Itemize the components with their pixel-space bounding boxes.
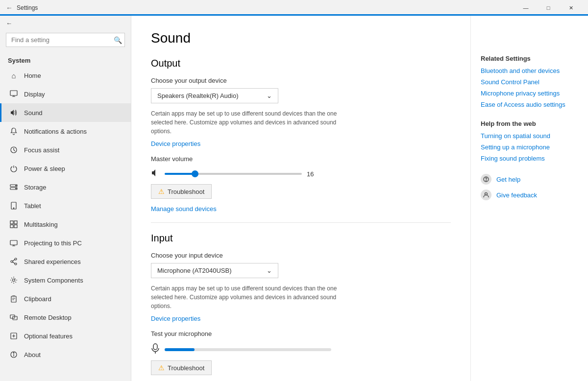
sidebar-item-tablet[interactable]: Tablet [0, 196, 131, 215]
sidebar-item-remote[interactable]: Remote Desktop [0, 308, 131, 327]
search-icon-button[interactable]: 🔍 [114, 36, 122, 44]
related-link-microphone-privacy[interactable]: Microphone privacy settings [481, 90, 578, 97]
sidebar-item-label: Notifications & actions [24, 128, 87, 135]
svg-rect-17 [11, 296, 16, 302]
input-helper-text: Certain apps may be set up to use differ… [151, 284, 347, 310]
svg-rect-9 [14, 221, 17, 224]
close-button[interactable]: ✕ [560, 0, 582, 16]
help-link-spatial[interactable]: Turning on spatial sound [481, 132, 578, 140]
volume-icon [151, 168, 160, 179]
svg-rect-0 [10, 91, 17, 95]
sidebar-item-power[interactable]: Power & sleep [0, 159, 131, 178]
display-icon [9, 90, 18, 98]
give-feedback-button[interactable]: Give feedback [481, 190, 578, 200]
sidebar-item-projecting[interactable]: Projecting to this PC [0, 234, 131, 252]
sidebar-item-focus[interactable]: Focus assist [0, 141, 131, 159]
titlebar: ← Settings — □ ✕ [0, 0, 588, 16]
svg-point-16 [13, 279, 15, 282]
input-section-title: Input [151, 233, 451, 244]
sidebar-item-multitasking[interactable]: Multitasking [0, 215, 131, 234]
volume-slider[interactable] [165, 173, 302, 175]
help-link-sound-problems[interactable]: Fixing sound problems [481, 155, 578, 162]
back-arrow-icon: ← [6, 20, 12, 27]
sidebar-item-label: Multitasking [24, 221, 58, 228]
loading-progress [0, 14, 588, 16]
input-device-value: Microphone (AT2040USB) [157, 267, 232, 274]
sidebar-item-notifications[interactable]: Notifications & actions [0, 122, 131, 141]
sidebar-item-label: System Components [24, 277, 83, 284]
sidebar-item-storage[interactable]: Storage [0, 178, 131, 196]
svg-rect-8 [10, 221, 13, 224]
sidebar-item-clipboard[interactable]: Clipboard [0, 289, 131, 308]
mic-level-bar [165, 348, 331, 351]
svg-point-14 [11, 261, 13, 262]
sidebar-item-optional[interactable]: Optional features [0, 327, 131, 345]
get-help-section: Get help Give feedback [481, 174, 578, 200]
related-link-bluetooth[interactable]: Bluetooth and other devices [481, 67, 578, 74]
optional-icon [9, 332, 18, 340]
main-content: Sound Output Choose your output device S… [131, 16, 470, 381]
chevron-down-icon: ⌄ [267, 92, 272, 99]
give-feedback-label: Give feedback [496, 191, 537, 199]
maximize-button[interactable]: □ [537, 0, 560, 16]
svg-point-5 [16, 188, 17, 189]
related-settings-title: Related Settings [481, 55, 578, 62]
search-input[interactable] [6, 33, 125, 47]
give-feedback-icon [481, 190, 491, 200]
get-help-button[interactable]: Get help [481, 174, 578, 185]
chevron-down-icon: ⌄ [267, 267, 272, 274]
sidebar-item-about[interactable]: About [0, 345, 131, 364]
help-section: Help from the web Turning on spatial sou… [481, 120, 578, 162]
power-icon [9, 164, 18, 173]
projecting-icon [9, 238, 18, 247]
svg-point-25 [486, 181, 487, 181]
focus-icon [9, 145, 18, 154]
sidebar-item-home[interactable]: ⌂ Home [0, 66, 131, 85]
svg-point-4 [16, 185, 17, 186]
volume-value: 16 [307, 170, 318, 178]
sidebar-item-label: Sound [24, 109, 43, 117]
back-button[interactable]: ← [0, 16, 131, 31]
sidebar-item-label: Storage [24, 184, 47, 191]
remote-icon [9, 313, 18, 322]
storage-icon [9, 183, 18, 191]
mic-test-row [151, 343, 451, 356]
help-link-microphone[interactable]: Setting up a microphone [481, 143, 578, 151]
sidebar-item-label: Projecting to this PC [24, 239, 82, 247]
app-title: Settings [17, 4, 38, 11]
related-link-ease-of-access[interactable]: Ease of Access audio settings [481, 101, 578, 108]
sidebar-item-shared[interactable]: Shared experiences [0, 252, 131, 271]
input-device-properties-link[interactable]: Device properties [151, 315, 200, 322]
output-device-label: Choose your output device [151, 77, 451, 84]
svg-point-7 [13, 208, 14, 209]
sidebar-item-components[interactable]: System Components [0, 271, 131, 289]
svg-point-22 [13, 353, 14, 354]
get-help-label: Get help [496, 176, 520, 183]
sound-icon [9, 108, 18, 117]
output-device-properties-link[interactable]: Device properties [151, 140, 200, 147]
sidebar-item-sound[interactable]: Sound [0, 103, 131, 122]
input-device-dropdown[interactable]: Microphone (AT2040USB) ⌄ [151, 263, 278, 278]
output-troubleshoot-button[interactable]: ⚠ Troubleshoot [151, 184, 212, 199]
minimize-button[interactable]: — [514, 0, 537, 16]
search-container: 🔍 [6, 33, 125, 47]
divider [151, 222, 451, 223]
related-link-sound-control[interactable]: Sound Control Panel [481, 78, 578, 86]
svg-rect-23 [153, 344, 157, 350]
manage-sound-devices-link[interactable]: Manage sound devices [151, 205, 217, 213]
volume-slider-fill [165, 173, 195, 175]
components-icon [9, 276, 18, 285]
test-mic-label: Test your microphone [151, 330, 451, 337]
sidebar-item-label: Display [24, 91, 45, 98]
output-helper-text: Certain apps may be set up to use differ… [151, 109, 347, 136]
home-icon: ⌂ [9, 71, 18, 80]
sidebar-section-label: System [0, 53, 131, 66]
svg-rect-12 [10, 240, 17, 245]
back-icon[interactable]: ← [6, 4, 13, 12]
sidebar-item-display[interactable]: Display [0, 85, 131, 103]
input-troubleshoot-label: Troubleshoot [168, 364, 204, 372]
clipboard-icon [9, 294, 18, 303]
input-troubleshoot-button[interactable]: ⚠ Troubleshoot [151, 360, 212, 375]
app-container: ← 🔍 System ⌂ Home Display Sound [0, 16, 588, 381]
output-device-dropdown[interactable]: Speakers (Realtek(R) Audio) ⌄ [151, 88, 278, 103]
